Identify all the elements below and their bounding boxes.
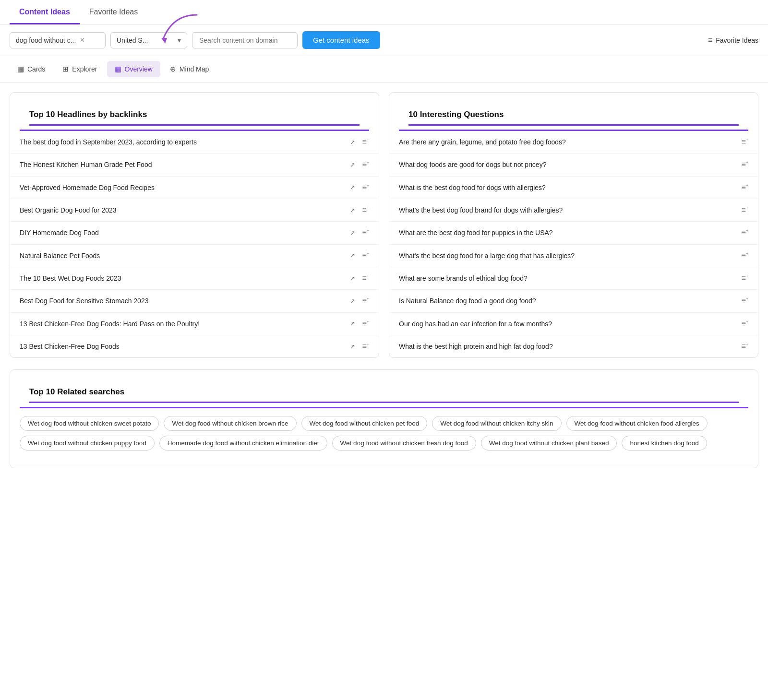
list-item[interactable]: Wet dog food without chicken itchy skin xyxy=(432,416,561,431)
add-to-list-icon[interactable]: ≡+ xyxy=(741,183,748,192)
external-link-icon[interactable]: ↗ xyxy=(350,252,355,259)
headline-text: 13 Best Chicken-Free Dog Foods: Hard Pas… xyxy=(20,320,346,328)
headline-text: The best dog food in September 2023, acc… xyxy=(20,138,346,146)
external-link-icon[interactable]: ↗ xyxy=(350,297,355,305)
get-ideas-button[interactable]: Get content ideas xyxy=(302,31,380,49)
table-row: What is the best high protein and high f… xyxy=(389,335,758,357)
headline-text: Best Organic Dog Food for 2023 xyxy=(20,206,346,214)
tab-favorite-ideas[interactable]: Favorite Ideas xyxy=(80,0,147,24)
list-item[interactable]: Wet dog food without chicken pet food xyxy=(301,416,428,431)
add-to-list-icon[interactable]: ≡+ xyxy=(362,342,369,351)
table-row: What's the best dog food brand for dogs … xyxy=(389,199,758,222)
view-tabs-bar: ▦ Cards ⊞ Explorer ▦ Overview ⊕ Mind Map xyxy=(0,56,768,83)
table-row: Best Dog Food for Sensitive Stomach 2023… xyxy=(10,290,379,312)
headline-text: Natural Balance Pet Foods xyxy=(20,252,346,260)
table-row: What dog foods are good for dogs but not… xyxy=(389,154,758,176)
two-col-layout: Top 10 Headlines by backlinks The best d… xyxy=(10,92,758,358)
overview-icon: ▦ xyxy=(115,65,121,73)
external-link-icon[interactable]: ↗ xyxy=(350,343,355,350)
headline-text: Best Dog Food for Sensitive Stomach 2023 xyxy=(20,297,346,305)
question-text: Are there any grain, legume, and potato … xyxy=(399,138,734,146)
add-to-list-icon[interactable]: ≡+ xyxy=(362,251,369,260)
headline-text: The Honest Kitchen Human Grade Pet Food xyxy=(20,161,346,168)
add-to-list-icon[interactable]: ≡+ xyxy=(741,206,748,214)
explorer-icon: ⊞ xyxy=(62,65,69,73)
tab-content-ideas[interactable]: Content Ideas xyxy=(10,0,80,24)
headline-text: DIY Homemade Dog Food xyxy=(20,229,346,237)
related-title: Top 10 Related searches xyxy=(29,379,739,403)
add-to-list-icon[interactable]: ≡+ xyxy=(362,297,369,305)
headlines-header-wrap: Top 10 Headlines by backlinks xyxy=(10,93,379,131)
headlines-list: The best dog food in September 2023, acc… xyxy=(10,131,379,357)
list-item[interactable]: honest kitchen dog food xyxy=(622,436,707,451)
question-text: What's the best dog food brand for dogs … xyxy=(399,206,734,214)
headline-text: 13 Best Chicken-Free Dog Foods xyxy=(20,343,346,350)
tab-cards[interactable]: ▦ Cards xyxy=(10,61,53,77)
tab-explorer-label: Explorer xyxy=(72,65,97,73)
add-to-list-icon[interactable]: ≡+ xyxy=(741,228,748,237)
question-text: What dog foods are good for dogs but not… xyxy=(399,161,734,168)
questions-card: 10 Interesting Questions Are there any g… xyxy=(389,92,758,358)
clear-keyword-button[interactable]: ✕ xyxy=(80,36,85,44)
tab-overview[interactable]: ▦ Overview xyxy=(107,61,160,77)
table-row: 13 Best Chicken-Free Dog Foods ↗ ≡+ xyxy=(10,335,379,357)
add-to-list-icon[interactable]: ≡+ xyxy=(362,160,369,169)
keyword-input-display[interactable]: dog food without c... ✕ xyxy=(10,32,106,48)
favorite-ideas-link[interactable]: ≡ Favorite Ideas xyxy=(708,36,758,45)
add-to-list-icon[interactable]: ≡+ xyxy=(741,320,748,328)
tab-explorer[interactable]: ⊞ Explorer xyxy=(55,61,105,77)
tab-mindmap[interactable]: ⊕ Mind Map xyxy=(162,61,216,77)
add-to-list-icon[interactable]: ≡+ xyxy=(741,251,748,260)
country-selector[interactable]: United S... ▾ xyxy=(110,32,187,48)
question-text: What are some brands of ethical dog food… xyxy=(399,274,734,282)
list-item[interactable]: Wet dog food without chicken brown rice xyxy=(164,416,296,431)
add-to-list-icon[interactable]: ≡+ xyxy=(362,274,369,283)
external-link-icon[interactable]: ↗ xyxy=(350,207,355,214)
list-item[interactable]: Wet dog food without chicken puppy food xyxy=(20,436,155,451)
add-to-list-icon[interactable]: ≡+ xyxy=(362,138,369,146)
question-text: Our dog has had an ear infection for a f… xyxy=(399,320,734,328)
add-to-list-icon[interactable]: ≡+ xyxy=(362,228,369,237)
external-link-icon[interactable]: ↗ xyxy=(350,275,355,282)
list-item[interactable]: Homemade dog food without chicken elimin… xyxy=(159,436,327,451)
list-item[interactable]: Wet dog food without chicken fresh dog f… xyxy=(332,436,476,451)
add-to-list-icon[interactable]: ≡+ xyxy=(741,342,748,351)
headlines-title: Top 10 Headlines by backlinks xyxy=(29,101,360,126)
external-link-icon[interactable]: ↗ xyxy=(350,320,355,327)
table-row: What is the best dog food for dogs with … xyxy=(389,177,758,199)
table-row: Vet-Approved Homemade Dog Food Recipes ↗… xyxy=(10,177,379,199)
external-link-icon[interactable]: ↗ xyxy=(350,139,355,146)
list-icon: ≡ xyxy=(708,36,712,45)
mindmap-icon: ⊕ xyxy=(170,65,176,73)
table-row: The Honest Kitchen Human Grade Pet Food … xyxy=(10,154,379,176)
favorite-ideas-label: Favorite Ideas xyxy=(716,36,758,44)
table-row: DIY Homemade Dog Food ↗ ≡+ xyxy=(10,222,379,244)
list-item[interactable]: Wet dog food without chicken plant based xyxy=(481,436,617,451)
headlines-card: Top 10 Headlines by backlinks The best d… xyxy=(10,92,379,358)
chevron-down-icon: ▾ xyxy=(178,36,181,44)
table-row: Is Natural Balance dog food a good dog f… xyxy=(389,290,758,312)
table-row: 13 Best Chicken-Free Dog Foods: Hard Pas… xyxy=(10,313,379,335)
question-text: What is the best high protein and high f… xyxy=(399,343,734,350)
toolbar: dog food without c... ✕ United S... ▾ Ge… xyxy=(0,24,768,56)
tab-mindmap-label: Mind Map xyxy=(180,65,209,73)
add-to-list-icon[interactable]: ≡+ xyxy=(741,138,748,146)
headline-text: Vet-Approved Homemade Dog Food Recipes xyxy=(20,184,346,191)
table-row: The 10 Best Wet Dog Foods 2023 ↗ ≡+ xyxy=(10,267,379,290)
add-to-list-icon[interactable]: ≡+ xyxy=(362,183,369,192)
table-row: The best dog food in September 2023, acc… xyxy=(10,131,379,154)
external-link-icon[interactable]: ↗ xyxy=(350,161,355,168)
add-to-list-icon[interactable]: ≡+ xyxy=(362,320,369,328)
external-link-icon[interactable]: ↗ xyxy=(350,184,355,191)
add-to-list-icon[interactable]: ≡+ xyxy=(741,274,748,283)
list-item[interactable]: Wet dog food without chicken food allerg… xyxy=(566,416,708,431)
headline-text: The 10 Best Wet Dog Foods 2023 xyxy=(20,274,346,282)
add-to-list-icon[interactable]: ≡+ xyxy=(741,297,748,305)
add-to-list-icon[interactable]: ≡+ xyxy=(362,206,369,214)
questions-list: Are there any grain, legume, and potato … xyxy=(389,131,758,357)
external-link-icon[interactable]: ↗ xyxy=(350,229,355,237)
add-to-list-icon[interactable]: ≡+ xyxy=(741,160,748,169)
list-item[interactable]: Wet dog food without chicken sweet potat… xyxy=(20,416,159,431)
domain-search-input[interactable] xyxy=(192,32,298,48)
related-searches-card: Top 10 Related searches Wet dog food wit… xyxy=(10,369,758,468)
